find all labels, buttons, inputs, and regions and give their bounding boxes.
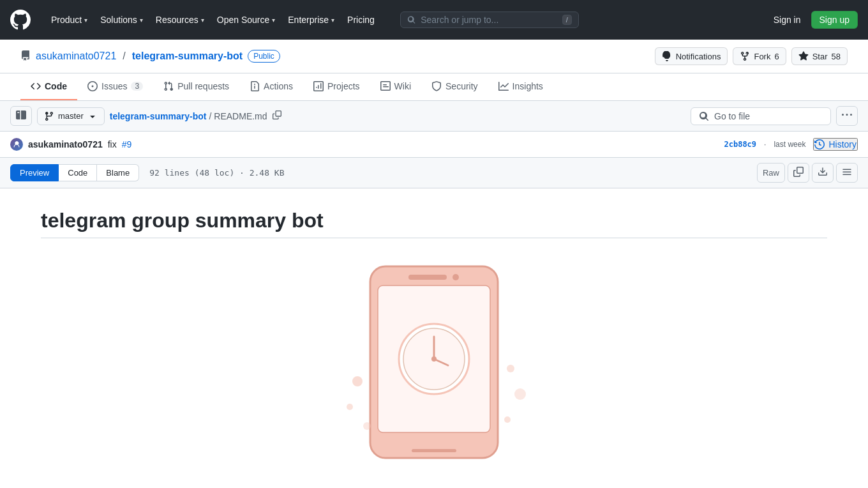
more-options-button[interactable]: [836, 106, 858, 126]
insights-icon: [498, 81, 509, 91]
tab-insights[interactable]: Insights: [488, 73, 553, 100]
issues-badge: 3: [131, 82, 143, 91]
bell-icon: [662, 51, 672, 61]
history-button[interactable]: History: [813, 138, 858, 151]
blame-tab[interactable]: Blame: [97, 164, 139, 181]
signin-button[interactable]: Sign in: [768, 11, 806, 29]
svg-rect-2: [408, 275, 447, 280]
tab-projects-label: Projects: [327, 81, 360, 91]
notifications-button[interactable]: Notifications: [655, 47, 728, 65]
history-icon: [814, 139, 825, 149]
readme-image: [41, 254, 827, 471]
tab-pr-label: Pull requests: [177, 81, 229, 91]
pr-icon: [163, 81, 174, 91]
branch-icon: [44, 111, 54, 121]
signup-button[interactable]: Sign up: [811, 11, 858, 29]
commit-right: 2cb88c9 · last week History: [724, 138, 858, 151]
view-tabs-group: Preview Code Blame 92 lines (48 loc) · 2…: [10, 164, 285, 181]
chevron-down-icon: [87, 111, 98, 121]
search-icon: [407, 15, 415, 25]
tab-security-label: Security: [445, 81, 478, 91]
svg-point-9: [431, 356, 437, 362]
branch-selector[interactable]: master: [37, 107, 105, 125]
commit-author-link[interactable]: asukaminato0721: [28, 139, 103, 149]
repo-name-link[interactable]: telegram-summary-bot: [132, 50, 243, 62]
tab-pullrequests[interactable]: Pull requests: [153, 73, 239, 100]
notifications-label: Notifications: [676, 52, 721, 61]
projects-icon: [313, 81, 324, 91]
nav-solutions[interactable]: Solutions ▾: [95, 11, 148, 29]
search-shortcut: /: [562, 15, 572, 25]
search-file-icon: [699, 111, 709, 121]
code-icon: [31, 81, 41, 91]
copy-path-button[interactable]: [270, 108, 284, 124]
tab-wiki-label: Wiki: [394, 81, 411, 91]
search-input[interactable]: [421, 15, 557, 25]
nav-search[interactable]: /: [400, 11, 579, 28]
sidebar-toggle-button[interactable]: [10, 106, 32, 126]
download-button[interactable]: [812, 163, 834, 183]
wiki-icon: [380, 81, 391, 91]
actions-icon: [250, 81, 260, 91]
repo-owner-link[interactable]: asukaminato0721: [36, 50, 116, 62]
history-label: History: [828, 139, 857, 149]
lines-icon: [842, 167, 852, 177]
view-tabs: Preview Code Blame: [10, 164, 139, 181]
goto-file-label: Go to file: [714, 111, 750, 121]
chevron-product-icon: ▾: [84, 17, 87, 24]
breadcrumb-repo-link[interactable]: telegram-summary-bot: [110, 111, 207, 121]
code-tab[interactable]: Code: [59, 164, 97, 181]
tab-actions[interactable]: Actions: [239, 73, 303, 100]
tab-projects[interactable]: Projects: [303, 73, 370, 100]
readme-title: telegram group summary bot: [41, 209, 827, 238]
file-meta: 92 lines (48 loc) · 2.48 KB: [149, 168, 284, 178]
fork-count: 6: [774, 52, 779, 61]
more-icon: [842, 110, 852, 120]
repo-separator: /: [123, 50, 125, 62]
commit-date: last week: [774, 140, 805, 149]
nav-product[interactable]: Product ▾: [46, 11, 93, 29]
svg-point-10: [352, 376, 363, 386]
svg-point-12: [363, 422, 371, 430]
fork-button[interactable]: Fork 6: [733, 47, 786, 65]
breadcrumb-separator: /: [209, 111, 211, 121]
raw-button[interactable]: Raw: [757, 163, 785, 183]
visibility-badge: Public: [248, 50, 280, 63]
breadcrumb: telegram-summary-bot / README.md: [110, 108, 284, 124]
nav-resources[interactable]: Resources ▾: [151, 11, 209, 29]
tab-issues[interactable]: Issues 3: [77, 73, 153, 100]
phone-illustration: [274, 254, 594, 471]
star-icon: [798, 51, 809, 61]
file-actions-group: Raw: [757, 163, 858, 183]
tab-code[interactable]: Code: [20, 73, 77, 100]
security-icon: [431, 81, 442, 91]
commit-dot-separator: ·: [764, 140, 766, 149]
github-logo[interactable]: [10, 10, 31, 30]
svg-point-13: [507, 365, 514, 372]
repo-actions: Notifications Fork 6 Star 58: [655, 47, 848, 65]
copy-raw-button[interactable]: [788, 163, 809, 183]
commit-message: fix: [108, 139, 117, 149]
nav-items: Product ▾ Solutions ▾ Resources ▾ Open S…: [46, 11, 380, 29]
nav-pricing[interactable]: Pricing: [342, 11, 380, 29]
issue-icon: [87, 81, 98, 91]
commit-sha-link[interactable]: 2cb88c9: [724, 140, 756, 149]
chevron-resources-icon: ▾: [201, 17, 204, 24]
avatar: [10, 138, 23, 151]
nav-opensource[interactable]: Open Source ▾: [212, 11, 281, 29]
star-count: 58: [832, 52, 841, 61]
lines-button[interactable]: [836, 163, 858, 183]
chevron-enterprise-icon: ▾: [331, 17, 334, 24]
tab-wiki[interactable]: Wiki: [370, 73, 421, 100]
star-button[interactable]: Star 58: [791, 47, 848, 65]
preview-tab[interactable]: Preview: [10, 164, 59, 181]
top-nav: Product ▾ Solutions ▾ Resources ▾ Open S…: [0, 0, 868, 40]
repo-tabs: Code Issues 3 Pull requests Actions Proj…: [0, 73, 868, 101]
svg-point-14: [514, 388, 526, 400]
goto-file-button[interactable]: Go to file: [691, 107, 831, 125]
nav-enterprise[interactable]: Enterprise ▾: [283, 11, 340, 29]
commit-fix-link[interactable]: #9: [122, 139, 132, 149]
copy-raw-icon: [793, 167, 804, 177]
tab-security[interactable]: Security: [421, 73, 488, 100]
branch-name: master: [58, 111, 84, 121]
